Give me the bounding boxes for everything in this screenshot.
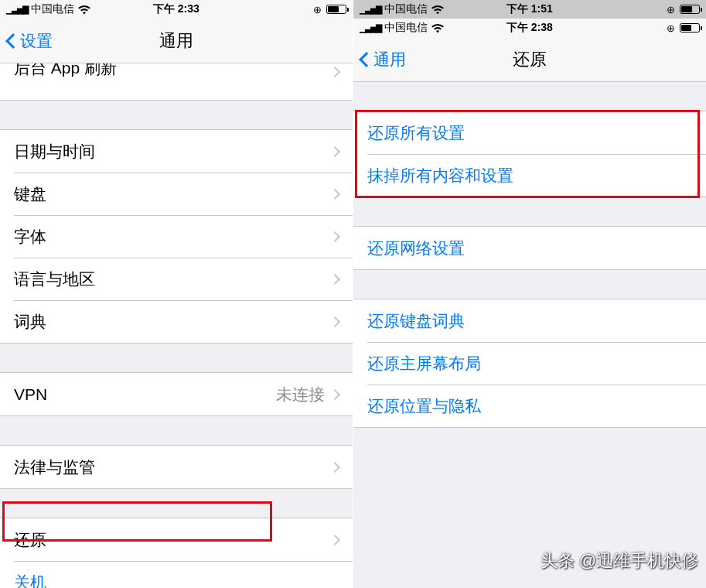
- nav-bar: 通用 还原: [353, 37, 707, 82]
- row-reset-keyboard-dict[interactable]: 还原键盘词典: [353, 299, 707, 342]
- row-label: 还原网络设置: [367, 238, 693, 259]
- chevron-right-icon: [329, 316, 339, 326]
- row-label: 还原键盘词典: [367, 310, 693, 332]
- chevron-left-icon: [359, 52, 374, 67]
- phone-general-settings: ▁▃▅▇ 中国电信 下午 2:33 ⊕ 设置 通用 后台 App 刷新: [0, 0, 353, 588]
- rotation-lock-icon: ⊕: [313, 4, 322, 15]
- row-label: 后台 App 刷新: [14, 63, 331, 79]
- group-reset-1: 还原所有设置 抹掉所有内容和设置: [353, 111, 707, 197]
- back-button[interactable]: 通用: [353, 49, 406, 70]
- row-vpn[interactable]: VPN 未连接: [0, 373, 353, 415]
- nav-title: 通用: [159, 29, 193, 53]
- clock: 下午 2:33: [153, 2, 200, 16]
- row-background-app-refresh[interactable]: 后台 App 刷新: [0, 63, 353, 101]
- group-legal: 法律与监管: [0, 445, 353, 489]
- row-label: 还原: [14, 529, 331, 551]
- signal-icon: ▁▃▅▇: [6, 5, 28, 15]
- row-reset[interactable]: 还原: [0, 518, 353, 561]
- chevron-left-icon: [5, 33, 21, 49]
- row-label: 词典: [14, 311, 331, 333]
- clock: 下午 1:51: [506, 2, 553, 16]
- row-label: 语言与地区: [14, 268, 331, 290]
- chevron-right-icon: [329, 188, 339, 199]
- group-general-1: 日期与时间 键盘 字体 语言与地区 词典: [0, 129, 353, 344]
- battery-icon: [680, 5, 700, 14]
- chevron-right-icon: [329, 388, 339, 399]
- battery-icon: [326, 5, 346, 14]
- row-label: 关机: [14, 572, 339, 589]
- row-reset-network[interactable]: 还原网络设置: [353, 227, 707, 269]
- carrier-label: 中国电信: [384, 21, 428, 35]
- back-button[interactable]: 设置: [0, 30, 53, 52]
- chevron-right-icon: [329, 67, 339, 77]
- chevron-right-icon: [329, 534, 339, 545]
- chevron-right-icon: [329, 461, 339, 472]
- phone-reset-settings: ▁▃▅▇ 中国电信 下午 1:51 ⊕ ▁▃▅▇ 中国电信 下午 2:38: [353, 0, 707, 588]
- nav-bar: 设置 通用: [0, 19, 353, 63]
- rotation-lock-icon: ⊕: [667, 4, 675, 15]
- clock: 下午 2:38: [506, 21, 553, 35]
- row-label: VPN: [14, 385, 276, 404]
- signal-icon: ▁▃▅▇: [360, 23, 381, 33]
- row-date-time[interactable]: 日期与时间: [0, 130, 353, 173]
- row-label: 键盘: [14, 183, 331, 205]
- row-label: 还原位置与隐私: [367, 395, 693, 417]
- row-label: 还原主屏幕布局: [367, 353, 693, 374]
- wifi-icon: [77, 5, 91, 15]
- status-bar: ▁▃▅▇ 中国电信 下午 2:38 ⊕: [353, 19, 707, 37]
- rotation-lock-icon: ⊕: [667, 22, 675, 34]
- row-legal[interactable]: 法律与监管: [0, 446, 353, 488]
- chevron-right-icon: [329, 273, 339, 284]
- row-language-region[interactable]: 语言与地区: [0, 258, 353, 300]
- row-dictionary[interactable]: 词典: [0, 300, 353, 343]
- row-value: 未连接: [276, 384, 325, 405]
- group-reset-2: 还原网络设置: [353, 226, 707, 270]
- watermark: 头条 @迅维手机快修: [541, 549, 698, 573]
- row-label: 法律与监管: [14, 456, 331, 478]
- signal-icon: ▁▃▅▇: [360, 5, 381, 15]
- back-label: 设置: [20, 30, 53, 52]
- wifi-icon: [431, 5, 445, 15]
- row-label: 字体: [14, 226, 331, 248]
- chevron-right-icon: [329, 231, 339, 241]
- row-fonts[interactable]: 字体: [0, 215, 353, 258]
- nav-title: 还原: [513, 48, 547, 71]
- group-reset: 还原 关机: [0, 518, 353, 588]
- row-label: 抹掉所有内容和设置: [367, 165, 693, 186]
- row-label: 日期与时间: [14, 141, 331, 162]
- carrier-label: 中国电信: [384, 2, 428, 16]
- row-label: 还原所有设置: [367, 122, 693, 144]
- wifi-icon: [431, 23, 445, 33]
- status-bar-outer: ▁▃▅▇ 中国电信 下午 1:51 ⊕: [353, 0, 707, 19]
- row-keyboard[interactable]: 键盘: [0, 173, 353, 215]
- row-shutdown[interactable]: 关机: [0, 561, 353, 588]
- back-label: 通用: [373, 49, 406, 70]
- chevron-right-icon: [329, 145, 339, 156]
- row-reset-location-privacy[interactable]: 还原位置与隐私: [353, 385, 707, 427]
- group-vpn: VPN 未连接: [0, 372, 353, 416]
- battery-icon: [680, 23, 700, 32]
- row-reset-home-layout[interactable]: 还原主屏幕布局: [353, 342, 707, 385]
- group-reset-3: 还原键盘词典 还原主屏幕布局 还原位置与隐私: [353, 299, 707, 428]
- row-reset-all-settings[interactable]: 还原所有设置: [353, 111, 707, 154]
- row-erase-all-content[interactable]: 抹掉所有内容和设置: [353, 154, 707, 197]
- status-bar: ▁▃▅▇ 中国电信 下午 2:33 ⊕: [0, 0, 353, 19]
- carrier-label: 中国电信: [31, 2, 74, 16]
